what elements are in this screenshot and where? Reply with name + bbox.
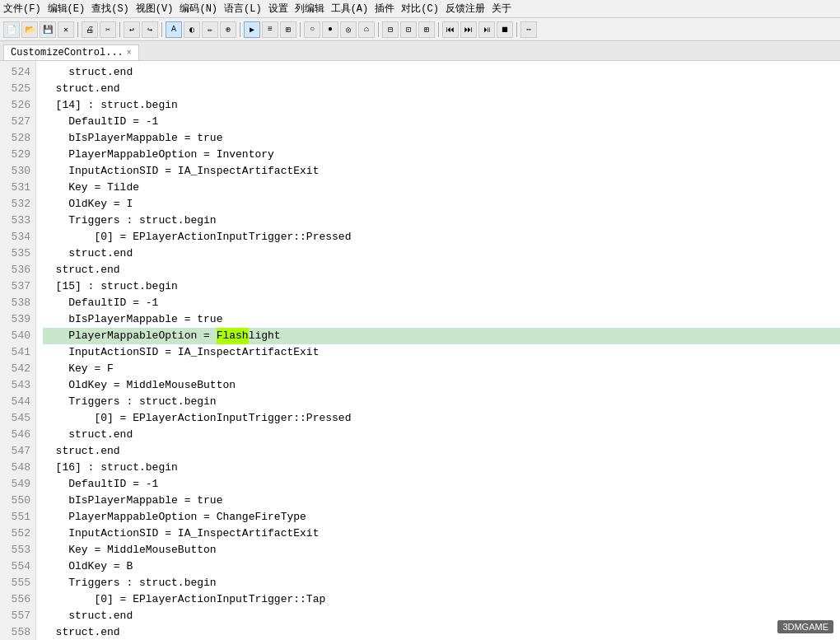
toolbar-new[interactable]: 📄 — [3, 21, 20, 38]
menu-tools[interactable]: 工具(A) — [331, 2, 369, 16]
code-text: struct.end — [43, 262, 120, 278]
toolbar-btn12[interactable]: ⊡ — [400, 21, 417, 38]
code-line-550[interactable]: bIsPlayerMappable = true — [43, 493, 840, 509]
file-tab[interactable]: CustomizeControl... × — [3, 44, 139, 60]
toolbar-btn14[interactable]: ⏮ — [442, 21, 459, 38]
code-line-537[interactable]: [15] : struct.begin — [43, 278, 840, 295]
toolbar-btn6[interactable]: ⊞ — [280, 21, 296, 38]
menu-file[interactable]: 文件(F) — [3, 2, 41, 16]
line-num-533: 533 — [3, 213, 30, 229]
code-line-547[interactable]: struct.end — [43, 443, 840, 460]
menu-settings[interactable]: 设置 — [268, 2, 288, 16]
toolbar-print[interactable]: 🖨 — [82, 21, 98, 38]
code-line-552[interactable]: InputActionSID = IA_InspectArtifactExit — [43, 526, 840, 542]
code-line-539[interactable]: bIsPlayerMappable = true — [43, 311, 840, 328]
code-text: [14] : struct.begin — [43, 97, 178, 114]
code-line-553[interactable]: Key = MiddleMouseButton — [43, 542, 840, 558]
menu-language[interactable]: 语言(L) — [224, 2, 262, 16]
code-line-536[interactable]: struct.end — [43, 262, 840, 278]
code-text: Key = Tilde — [43, 180, 139, 196]
code-line-527[interactable]: DefaultID = -1 — [43, 114, 840, 130]
code-text-light: light — [249, 328, 281, 344]
line-num-543: 543 — [3, 377, 30, 394]
toolbar-undo[interactable]: ↩ — [124, 21, 140, 38]
code-line-545[interactable]: [0] = EPlayerActionInputTrigger::Pressed — [43, 410, 840, 427]
code-text: bIsPlayerMappable = true — [43, 311, 222, 328]
line-num-535: 535 — [3, 245, 30, 262]
toolbar-cut[interactable]: ✂ — [100, 21, 116, 38]
toolbar-icon2[interactable]: ◐ — [184, 21, 200, 38]
line-num-532: 532 — [3, 196, 30, 213]
code-line-544[interactable]: Triggers : struct.begin — [43, 394, 840, 410]
line-num-546: 546 — [3, 427, 30, 443]
tab-bar: CustomizeControl... × — [0, 41, 840, 61]
toolbar-icon3[interactable]: ✏ — [202, 21, 218, 38]
line-num-534: 534 — [3, 229, 30, 245]
code-line-542[interactable]: Key = F — [43, 361, 840, 377]
line-num-541: 541 — [3, 344, 30, 361]
code-line-529[interactable]: PlayerMappableOption = Inventory — [43, 147, 840, 163]
toolbar-btn7[interactable]: ○ — [304, 21, 320, 38]
toolbar-btn5[interactable]: ≡ — [262, 21, 278, 38]
code-text: bIsPlayerMappable = true — [43, 493, 222, 509]
toolbar-redo[interactable]: ↪ — [142, 21, 158, 38]
code-line-531[interactable]: Key = Tilde — [43, 180, 840, 196]
code-line-543[interactable]: OldKey = MiddleMouseButton — [43, 377, 840, 394]
code-text: PlayerMappableOption = — [43, 328, 217, 344]
toolbar-btn16[interactable]: ⏯ — [478, 21, 495, 38]
toolbar-btn18[interactable]: ⋯ — [520, 21, 537, 38]
toolbar-open[interactable]: 📂 — [21, 21, 38, 38]
toolbar-btn8[interactable]: ● — [322, 21, 338, 38]
menu-plugins[interactable]: 插件 — [375, 2, 394, 16]
toolbar-highlight1[interactable]: A — [166, 21, 182, 38]
line-num-549: 549 — [3, 476, 30, 493]
line-num-553: 553 — [3, 542, 30, 558]
code-line-546[interactable]: struct.end — [43, 427, 840, 443]
code-line-525[interactable]: struct.end — [43, 81, 840, 97]
code-line-534[interactable]: [0] = EPlayerActionInputTrigger::Pressed — [43, 229, 840, 245]
code-line-526[interactable]: [14] : struct.begin — [43, 97, 840, 114]
code-line-541[interactable]: InputActionSID = IA_InspectArtifactExit — [43, 344, 840, 361]
toolbar-close[interactable]: ✕ — [58, 21, 74, 38]
toolbar-btn15[interactable]: ⏭ — [460, 21, 477, 38]
code-content[interactable]: struct.end struct.end [14] : struct.begi… — [36, 61, 840, 640]
code-line-528[interactable]: bIsPlayerMappable = true — [43, 130, 840, 147]
menu-column-edit[interactable]: 列编辑 — [295, 2, 324, 16]
toolbar-btn11[interactable]: ⊟ — [382, 21, 399, 38]
toolbar-save[interactable]: 💾 — [40, 21, 56, 38]
menu-compare[interactable]: 对比(C) — [401, 2, 439, 16]
toolbar-select[interactable]: ▶ — [244, 21, 260, 38]
toolbar-icon4[interactable]: ⊕ — [220, 21, 236, 38]
toolbar-btn9[interactable]: ◎ — [340, 21, 357, 38]
code-line-524[interactable]: struct.end — [43, 64, 840, 81]
code-line-558[interactable]: struct.end — [43, 624, 840, 640]
code-text: struct.end — [43, 427, 133, 443]
toolbar-btn10[interactable]: ⌂ — [358, 21, 375, 38]
code-line-557[interactable]: struct.end — [43, 608, 840, 624]
code-line-555[interactable]: Triggers : struct.begin — [43, 575, 840, 591]
code-line-540[interactable]: PlayerMappableOption = Flashlight — [43, 328, 840, 344]
code-line-538[interactable]: DefaultID = -1 — [43, 295, 840, 311]
sep3 — [161, 22, 162, 37]
toolbar-btn13[interactable]: ⊞ — [418, 21, 435, 38]
menu-about[interactable]: 关于 — [492, 2, 511, 16]
code-line-533[interactable]: Triggers : struct.begin — [43, 213, 840, 229]
code-line-556[interactable]: [0] = EPlayerActionInputTrigger::Tap — [43, 591, 840, 608]
menu-view[interactable]: 视图(V) — [136, 2, 174, 16]
menu-feedback[interactable]: 反馈注册 — [446, 2, 485, 16]
tab-close-btn[interactable]: × — [127, 49, 132, 58]
menu-encoding[interactable]: 编码(N) — [180, 2, 217, 16]
code-line-530[interactable]: InputActionSID = IA_InspectArtifactExit — [43, 163, 840, 180]
code-line-554[interactable]: OldKey = B — [43, 558, 840, 575]
toolbar-btn17[interactable]: ⏹ — [497, 21, 513, 38]
code-text: Triggers : struct.begin — [43, 213, 217, 229]
code-line-548[interactable]: [16] : struct.begin — [43, 460, 840, 476]
menu-edit[interactable]: 编辑(E) — [48, 2, 86, 16]
code-line-532[interactable]: OldKey = I — [43, 196, 840, 213]
code-line-549[interactable]: DefaultID = -1 — [43, 476, 840, 493]
menu-find[interactable]: 查找(S) — [91, 2, 129, 16]
code-line-535[interactable]: struct.end — [43, 245, 840, 262]
line-num-551: 551 — [3, 509, 30, 526]
code-text: struct.end — [43, 245, 133, 262]
code-line-551[interactable]: PlayerMappableOption = ChangeFireType — [43, 509, 840, 526]
